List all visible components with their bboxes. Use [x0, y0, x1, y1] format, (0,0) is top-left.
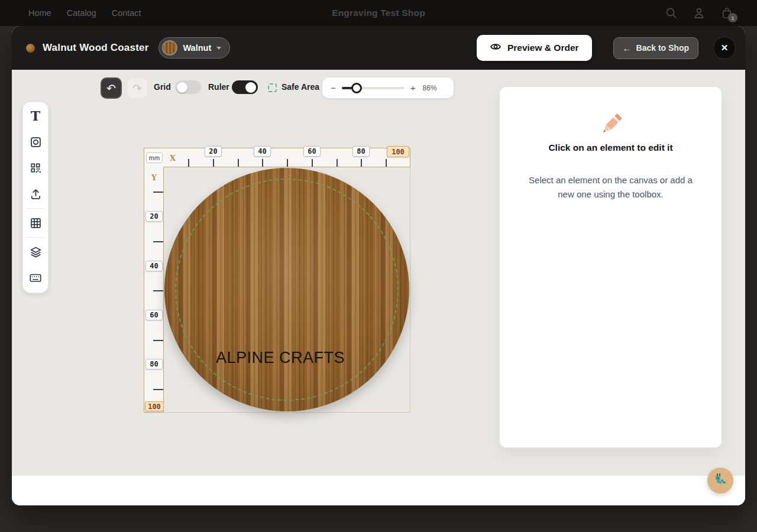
arrow-left-icon: ←	[623, 43, 632, 53]
zoom-slider[interactable]	[342, 87, 405, 89]
undo-icon: ↶	[106, 82, 116, 95]
horizontal-ruler: X 20 40 60 80 100	[164, 148, 410, 167]
chevron-down-icon	[216, 47, 221, 50]
ruler-tick-label: 40	[254, 146, 271, 157]
text-tool-button[interactable]: T	[27, 108, 44, 124]
shop-top-nav: Home Catalog Contact Engraving Test Shop…	[0, 0, 757, 26]
ruler-max-label: 100	[387, 146, 409, 157]
user-icon[interactable]	[693, 7, 706, 20]
walnut-swatch-icon	[162, 40, 177, 56]
zoom-in-button[interactable]: +	[410, 83, 416, 92]
editor-header: Walnut Wood Coaster Walnut Preview & Ord…	[12, 26, 745, 70]
undo-button[interactable]: ↶	[101, 77, 122, 99]
zoom-control: − + 86%	[322, 77, 454, 98]
cart-badge: 1	[728, 13, 737, 22]
ruler-toggle[interactable]	[232, 80, 258, 94]
editor-workspace: ↶ ↷ Grid Ruler Safe Area − + 86% T	[12, 70, 745, 476]
ruler-tick-label: 20	[145, 211, 163, 222]
edit-panel: Click on an element to edit it Select an…	[499, 86, 722, 448]
zoom-slider-knob[interactable]	[351, 83, 362, 93]
grid-tool-button[interactable]	[27, 215, 44, 231]
nav-link-contact[interactable]: Contact	[112, 8, 141, 18]
toolbox-divider	[27, 208, 44, 209]
safe-area-icon	[268, 83, 277, 92]
coaster-product[interactable]: ALPINE CRAFTS	[164, 168, 409, 411]
layers-tool-button[interactable]	[27, 244, 44, 260]
toolbox: T	[22, 102, 48, 293]
grid-toggle-label: Grid	[154, 82, 171, 92]
ruler-unit-label: mm	[146, 153, 163, 163]
ruler-toggle-knob	[245, 82, 256, 93]
mascot-helper-button[interactable]	[707, 468, 733, 494]
back-to-shop-button[interactable]: ← Back to Shop	[613, 37, 698, 59]
y-axis-label: Y	[151, 173, 157, 182]
preview-order-button[interactable]: Preview & Order	[477, 35, 592, 61]
nav-link-catalog[interactable]: Catalog	[67, 8, 96, 18]
eye-icon	[490, 41, 502, 55]
toolbox-divider	[27, 237, 44, 238]
product-title: Walnut Wood Coaster	[43, 42, 148, 54]
close-button[interactable]: ✕	[713, 37, 736, 59]
keyboard-tool-button[interactable]	[27, 270, 44, 286]
walnut-material-dot-icon	[26, 44, 35, 53]
qr-code-icon	[30, 162, 41, 174]
material-selector[interactable]: Walnut	[158, 37, 230, 59]
safe-area-boundary	[175, 179, 399, 401]
vertical-ruler: Y 20 40 60 80 100	[144, 167, 164, 413]
shop-nav-links: Home Catalog Contact	[28, 8, 141, 18]
editor-modal: Walnut Wood Coaster Walnut Preview & Ord…	[12, 26, 745, 505]
ruler-tick-label: 80	[145, 359, 163, 369]
ruler-tick-label: 20	[205, 146, 222, 157]
shop-title: Engraving Test Shop	[332, 8, 425, 18]
canvas-area: mm X 20 40 60 80 100 Y 20	[144, 148, 411, 413]
cart-icon[interactable]: 1	[720, 7, 733, 20]
caterpillar-icon	[713, 473, 728, 488]
nav-link-home[interactable]: Home	[28, 8, 51, 18]
redo-icon: ↷	[132, 82, 142, 95]
upload-tool-button[interactable]	[27, 186, 44, 202]
design-area[interactable]: ALPINE CRAFTS	[164, 167, 410, 413]
zoom-out-button[interactable]: −	[331, 83, 336, 92]
redo-button[interactable]: ↷	[127, 77, 148, 99]
ruler-max-label: 100	[145, 401, 164, 411]
qr-code-tool-button[interactable]	[27, 160, 44, 176]
ruler-corner: mm	[144, 148, 164, 167]
ruler-tick-label: 60	[303, 146, 321, 157]
panel-heading: Click on an element to edit it	[500, 142, 722, 153]
grid-icon	[30, 217, 42, 229]
safe-area-label: Safe Area	[282, 82, 319, 92]
ruler-tick-label: 40	[145, 261, 163, 271]
ruler-tick-label: 60	[145, 310, 163, 320]
upload-icon	[30, 188, 42, 200]
modal-footer	[12, 476, 745, 505]
layers-icon	[30, 246, 42, 258]
grid-toggle[interactable]	[175, 80, 201, 94]
search-icon[interactable]	[665, 7, 678, 20]
close-icon: ✕	[721, 43, 729, 53]
pencil-icon	[597, 111, 625, 139]
x-axis-label: X	[170, 154, 176, 163]
grid-toggle-knob	[177, 82, 187, 93]
image-tool-button[interactable]	[27, 134, 44, 150]
panel-description: Select an element on the canvas or add a…	[525, 173, 697, 202]
ruler-tick-label: 80	[352, 146, 370, 157]
zoom-percentage: 86%	[423, 84, 437, 92]
material-name: Walnut	[183, 43, 211, 53]
image-icon	[30, 136, 42, 148]
engraving-text-element[interactable]: ALPINE CRAFTS	[216, 349, 345, 367]
text-tool-icon: T	[31, 109, 40, 122]
ruler-toggle-label: Ruler	[208, 82, 229, 92]
keyboard-icon	[29, 271, 42, 284]
